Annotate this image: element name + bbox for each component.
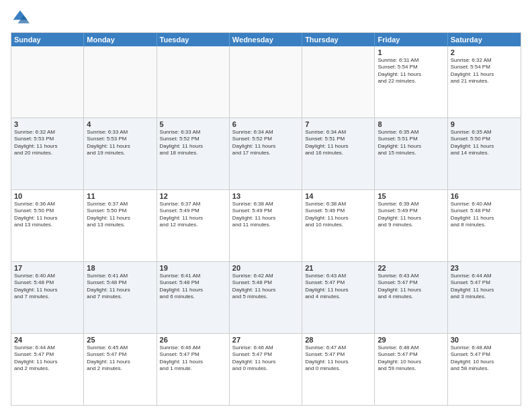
calendar: SundayMondayTuesdayWednesdayThursdayFrid… [11, 32, 521, 406]
calendar-row-4: 24Sunrise: 6:44 AM Sunset: 5:47 PM Dayli… [11, 333, 521, 405]
day-cell-7: 7Sunrise: 6:34 AM Sunset: 5:51 PM Daylig… [302, 118, 375, 189]
day-number: 10 [14, 192, 81, 200]
day-info: Sunrise: 6:36 AM Sunset: 5:50 PM Dayligh… [14, 201, 81, 229]
day-info: Sunrise: 6:34 AM Sunset: 5:52 PM Dayligh… [232, 129, 299, 157]
calendar-body: 1Sunrise: 6:31 AM Sunset: 5:54 PM Daylig… [11, 46, 521, 405]
day-cell-25: 25Sunrise: 6:45 AM Sunset: 5:47 PM Dayli… [84, 334, 157, 405]
day-cell-12: 12Sunrise: 6:37 AM Sunset: 5:49 PM Dayli… [157, 190, 230, 261]
day-number: 13 [232, 192, 299, 200]
day-cell-6: 6Sunrise: 6:34 AM Sunset: 5:52 PM Daylig… [230, 118, 302, 189]
logo [11, 8, 32, 27]
day-cell-2: 2Sunrise: 6:32 AM Sunset: 5:54 PM Daylig… [448, 46, 521, 118]
empty-cell-0-3 [230, 46, 302, 118]
page: SundayMondayTuesdayWednesdayThursdayFrid… [0, 0, 532, 411]
day-number: 30 [451, 336, 518, 344]
day-number: 16 [451, 192, 518, 200]
day-info: Sunrise: 6:38 AM Sunset: 5:49 PM Dayligh… [232, 201, 299, 229]
day-info: Sunrise: 6:46 AM Sunset: 5:47 PM Dayligh… [160, 345, 226, 373]
empty-cell-0-1 [84, 46, 157, 118]
day-cell-30: 30Sunrise: 6:48 AM Sunset: 5:47 PM Dayli… [448, 334, 521, 405]
day-number: 9 [451, 120, 518, 128]
calendar-row-0: 1Sunrise: 6:31 AM Sunset: 5:54 PM Daylig… [11, 46, 521, 118]
day-info: Sunrise: 6:41 AM Sunset: 5:48 PM Dayligh… [87, 273, 153, 301]
empty-cell-0-2 [157, 46, 230, 118]
day-info: Sunrise: 6:43 AM Sunset: 5:47 PM Dayligh… [378, 273, 444, 301]
day-cell-5: 5Sunrise: 6:33 AM Sunset: 5:52 PM Daylig… [157, 118, 230, 189]
header-day-wednesday: Wednesday [230, 33, 302, 46]
day-number: 8 [378, 120, 444, 128]
day-number: 11 [87, 192, 153, 200]
day-number: 17 [14, 264, 81, 272]
day-number: 3 [14, 120, 81, 128]
day-info: Sunrise: 6:38 AM Sunset: 5:49 PM Dayligh… [305, 201, 371, 229]
header-day-sunday: Sunday [11, 33, 84, 46]
day-info: Sunrise: 6:41 AM Sunset: 5:48 PM Dayligh… [160, 273, 226, 301]
day-cell-17: 17Sunrise: 6:40 AM Sunset: 5:48 PM Dayli… [11, 262, 84, 333]
day-number: 23 [451, 264, 518, 272]
day-number: 14 [305, 192, 371, 200]
day-number: 18 [87, 264, 153, 272]
day-cell-13: 13Sunrise: 6:38 AM Sunset: 5:49 PM Dayli… [230, 190, 302, 261]
day-info: Sunrise: 6:48 AM Sunset: 5:47 PM Dayligh… [451, 345, 518, 373]
calendar-header: SundayMondayTuesdayWednesdayThursdayFrid… [11, 33, 521, 46]
day-number: 2 [451, 48, 518, 56]
day-number: 22 [378, 264, 444, 272]
day-cell-9: 9Sunrise: 6:35 AM Sunset: 5:50 PM Daylig… [448, 118, 521, 189]
day-info: Sunrise: 6:39 AM Sunset: 5:49 PM Dayligh… [378, 201, 444, 229]
day-info: Sunrise: 6:48 AM Sunset: 5:47 PM Dayligh… [378, 345, 444, 373]
header-day-tuesday: Tuesday [157, 33, 230, 46]
day-info: Sunrise: 6:45 AM Sunset: 5:47 PM Dayligh… [87, 345, 153, 373]
day-cell-8: 8Sunrise: 6:35 AM Sunset: 5:51 PM Daylig… [375, 118, 447, 189]
empty-cell-0-4 [302, 46, 375, 118]
day-cell-14: 14Sunrise: 6:38 AM Sunset: 5:49 PM Dayli… [302, 190, 375, 261]
empty-cell-0-0 [11, 46, 84, 118]
calendar-row-2: 10Sunrise: 6:36 AM Sunset: 5:50 PM Dayli… [11, 189, 521, 261]
day-info: Sunrise: 6:42 AM Sunset: 5:48 PM Dayligh… [232, 273, 299, 301]
day-number: 27 [232, 336, 299, 344]
day-number: 20 [232, 264, 299, 272]
day-cell-29: 29Sunrise: 6:48 AM Sunset: 5:47 PM Dayli… [375, 334, 447, 405]
day-cell-26: 26Sunrise: 6:46 AM Sunset: 5:47 PM Dayli… [157, 334, 230, 405]
day-cell-27: 27Sunrise: 6:46 AM Sunset: 5:47 PM Dayli… [230, 334, 302, 405]
day-number: 19 [160, 264, 226, 272]
day-cell-28: 28Sunrise: 6:47 AM Sunset: 5:47 PM Dayli… [302, 334, 375, 405]
day-number: 28 [305, 336, 371, 344]
day-cell-21: 21Sunrise: 6:43 AM Sunset: 5:47 PM Dayli… [302, 262, 375, 333]
day-info: Sunrise: 6:33 AM Sunset: 5:53 PM Dayligh… [87, 129, 153, 157]
day-cell-19: 19Sunrise: 6:41 AM Sunset: 5:48 PM Dayli… [157, 262, 230, 333]
header [11, 8, 521, 27]
day-number: 4 [87, 120, 153, 128]
day-info: Sunrise: 6:34 AM Sunset: 5:51 PM Dayligh… [305, 129, 371, 157]
day-cell-10: 10Sunrise: 6:36 AM Sunset: 5:50 PM Dayli… [11, 190, 84, 261]
day-info: Sunrise: 6:37 AM Sunset: 5:49 PM Dayligh… [160, 201, 226, 229]
day-cell-11: 11Sunrise: 6:37 AM Sunset: 5:50 PM Dayli… [84, 190, 157, 261]
day-number: 25 [87, 336, 153, 344]
calendar-row-1: 3Sunrise: 6:32 AM Sunset: 5:53 PM Daylig… [11, 118, 521, 189]
day-number: 26 [160, 336, 226, 344]
day-info: Sunrise: 6:44 AM Sunset: 5:47 PM Dayligh… [451, 273, 518, 301]
day-cell-23: 23Sunrise: 6:44 AM Sunset: 5:47 PM Dayli… [448, 262, 521, 333]
day-number: 12 [160, 192, 226, 200]
day-number: 15 [378, 192, 444, 200]
day-number: 7 [305, 120, 371, 128]
day-cell-15: 15Sunrise: 6:39 AM Sunset: 5:49 PM Dayli… [375, 190, 447, 261]
header-day-thursday: Thursday [302, 33, 375, 46]
day-cell-1: 1Sunrise: 6:31 AM Sunset: 5:54 PM Daylig… [375, 46, 447, 118]
day-info: Sunrise: 6:43 AM Sunset: 5:47 PM Dayligh… [305, 273, 371, 301]
day-info: Sunrise: 6:32 AM Sunset: 5:54 PM Dayligh… [451, 57, 518, 85]
day-number: 29 [378, 336, 444, 344]
day-info: Sunrise: 6:33 AM Sunset: 5:52 PM Dayligh… [160, 129, 226, 157]
day-number: 6 [232, 120, 299, 128]
day-number: 5 [160, 120, 226, 128]
day-cell-4: 4Sunrise: 6:33 AM Sunset: 5:53 PM Daylig… [84, 118, 157, 189]
day-number: 24 [14, 336, 81, 344]
day-info: Sunrise: 6:35 AM Sunset: 5:50 PM Dayligh… [451, 129, 518, 157]
day-cell-18: 18Sunrise: 6:41 AM Sunset: 5:48 PM Dayli… [84, 262, 157, 333]
day-info: Sunrise: 6:37 AM Sunset: 5:50 PM Dayligh… [87, 201, 153, 229]
header-day-friday: Friday [375, 33, 447, 46]
day-info: Sunrise: 6:44 AM Sunset: 5:47 PM Dayligh… [14, 345, 81, 373]
day-info: Sunrise: 6:46 AM Sunset: 5:47 PM Dayligh… [232, 345, 299, 373]
day-cell-3: 3Sunrise: 6:32 AM Sunset: 5:53 PM Daylig… [11, 118, 84, 189]
day-info: Sunrise: 6:47 AM Sunset: 5:47 PM Dayligh… [305, 345, 371, 373]
header-day-monday: Monday [84, 33, 157, 46]
